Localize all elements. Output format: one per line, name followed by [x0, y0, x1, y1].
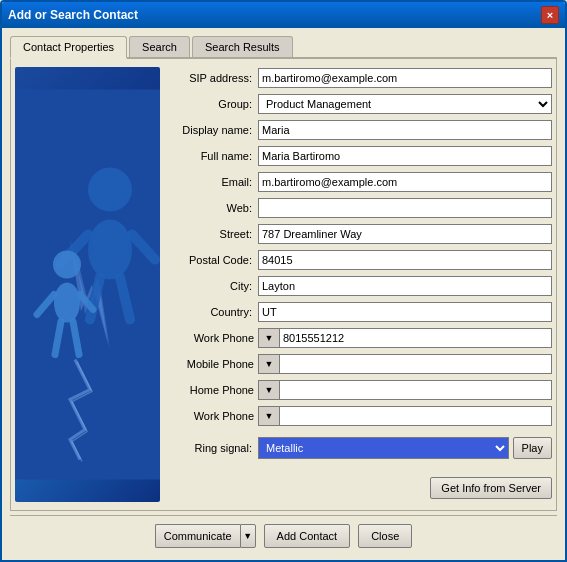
- ring-signal-select[interactable]: Metallic: [258, 437, 509, 459]
- mobile-phone-label: Mobile Phone: [168, 358, 258, 370]
- country-row: Country:: [168, 301, 552, 323]
- email-label: Email:: [168, 176, 258, 188]
- ring-signal-row: Ring signal: Metallic Play: [168, 437, 552, 459]
- full-name-label: Full name:: [168, 150, 258, 162]
- tab-search[interactable]: Search: [129, 36, 190, 57]
- full-name-row: Full name:: [168, 145, 552, 167]
- svg-point-4: [88, 220, 132, 280]
- mobile-phone-dropdown-button[interactable]: ▼: [258, 354, 280, 374]
- tab-bar: Contact Properties Search Search Results: [10, 36, 557, 59]
- work-phone-row: Work Phone ▼: [168, 327, 552, 349]
- tab-contact-properties[interactable]: Contact Properties: [10, 36, 127, 59]
- left-decoration-panel: [15, 67, 160, 502]
- work-phone-label: Work Phone: [168, 332, 258, 344]
- tabs-area: Contact Properties Search Search Results: [10, 36, 557, 511]
- decoration-svg: [15, 67, 160, 502]
- play-button[interactable]: Play: [513, 437, 552, 459]
- svg-rect-0: [15, 90, 160, 480]
- work-phone2-input[interactable]: [280, 406, 552, 426]
- svg-point-10: [54, 283, 80, 323]
- home-phone-label: Home Phone: [168, 384, 258, 396]
- main-window: Add or Search Contact × Contact Properti…: [0, 0, 567, 562]
- ring-signal-label: Ring signal:: [168, 442, 258, 454]
- window-content: Contact Properties Search Search Results: [2, 28, 565, 560]
- svg-point-9: [53, 251, 81, 279]
- postal-code-row: Postal Code:: [168, 249, 552, 271]
- postal-code-input[interactable]: [258, 250, 552, 270]
- country-input[interactable]: [258, 302, 552, 322]
- work-phone2-dropdown-button[interactable]: ▼: [258, 406, 280, 426]
- web-input[interactable]: [258, 198, 552, 218]
- web-row: Web:: [168, 197, 552, 219]
- communicate-button[interactable]: Communicate: [155, 524, 240, 548]
- display-name-label: Display name:: [168, 124, 258, 136]
- sip-input[interactable]: [258, 68, 552, 88]
- close-window-button[interactable]: ×: [541, 6, 559, 24]
- mobile-phone-input[interactable]: [280, 354, 552, 374]
- tab-search-results[interactable]: Search Results: [192, 36, 293, 57]
- sip-label: SIP address:: [168, 72, 258, 84]
- street-row: Street:: [168, 223, 552, 245]
- home-phone-input[interactable]: [280, 380, 552, 400]
- full-name-input[interactable]: [258, 146, 552, 166]
- street-label: Street:: [168, 228, 258, 240]
- contact-form: SIP address: Group: Product Management: [168, 67, 552, 502]
- bottom-bar: Communicate ▼ Add Contact Close: [10, 515, 557, 552]
- close-button[interactable]: Close: [358, 524, 412, 548]
- country-label: Country:: [168, 306, 258, 318]
- work-phone-dropdown-button[interactable]: ▼: [258, 328, 280, 348]
- window-title: Add or Search Contact: [8, 8, 138, 22]
- display-name-input[interactable]: [258, 120, 552, 140]
- group-select[interactable]: Product Management: [258, 94, 552, 114]
- display-name-row: Display name:: [168, 119, 552, 141]
- add-contact-button[interactable]: Add Contact: [264, 524, 351, 548]
- city-input[interactable]: [258, 276, 552, 296]
- get-info-from-server-button[interactable]: Get Info from Server: [430, 477, 552, 499]
- work-phone2-label: Work Phone: [168, 410, 258, 422]
- home-phone-row: Home Phone ▼: [168, 379, 552, 401]
- email-row: Email:: [168, 171, 552, 193]
- city-label: City:: [168, 280, 258, 292]
- svg-point-3: [88, 168, 132, 212]
- communicate-button-group: Communicate ▼: [155, 524, 256, 548]
- communicate-dropdown-button[interactable]: ▼: [240, 524, 256, 548]
- chevron-down-icon: ▼: [243, 531, 252, 541]
- work-phone-input[interactable]: [280, 328, 552, 348]
- sip-row: SIP address:: [168, 67, 552, 89]
- postal-code-label: Postal Code:: [168, 254, 258, 266]
- web-label: Web:: [168, 202, 258, 214]
- mobile-phone-row: Mobile Phone ▼: [168, 353, 552, 375]
- city-row: City:: [168, 275, 552, 297]
- email-input[interactable]: [258, 172, 552, 192]
- group-label: Group:: [168, 98, 258, 110]
- street-input[interactable]: [258, 224, 552, 244]
- work-phone2-row: Work Phone ▼: [168, 405, 552, 427]
- title-bar: Add or Search Contact ×: [2, 2, 565, 28]
- home-phone-dropdown-button[interactable]: ▼: [258, 380, 280, 400]
- group-row: Group: Product Management: [168, 93, 552, 115]
- group-select-wrapper: Product Management: [258, 94, 552, 114]
- tab-panel-contact-properties: SIP address: Group: Product Management: [10, 59, 557, 511]
